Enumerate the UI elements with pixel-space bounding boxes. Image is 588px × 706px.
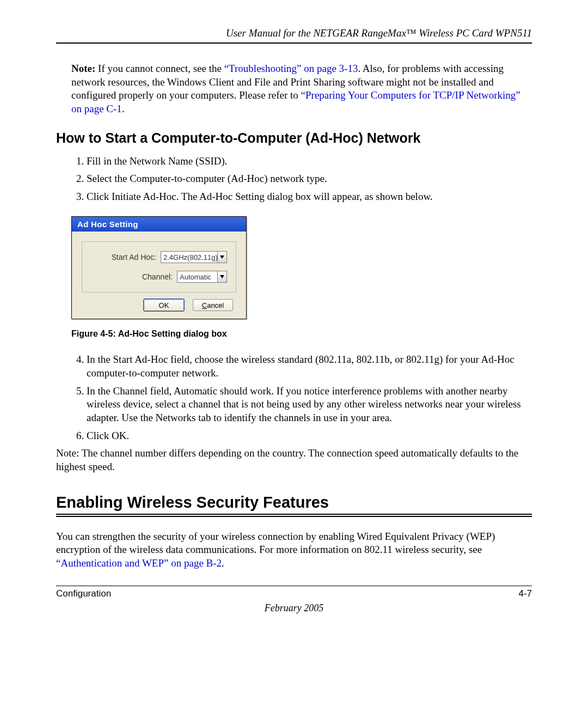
steps-list-a: Fill in the Network Name (SSID). Select …	[71, 154, 532, 205]
chevron-down-icon[interactable]	[217, 252, 226, 263]
combo-start-adhoc-value: 2.4GHz(802.11g)	[161, 253, 217, 261]
dialog-inner-panel: Start Ad Hoc: 2.4GHz(802.11g) Channel: A…	[82, 241, 236, 293]
list-item: Fill in the Network Name (SSID).	[87, 154, 532, 169]
combo-start-adhoc[interactable]: 2.4GHz(802.11g)	[161, 251, 227, 263]
cancel-rest: ancel	[207, 301, 224, 309]
dialog-body: Start Ad Hoc: 2.4GHz(802.11g) Channel: A…	[72, 232, 246, 319]
link-troubleshooting[interactable]: “Troubleshooting” on page 3-13	[224, 63, 358, 74]
dialog-button-row: OK Cancel	[82, 293, 236, 311]
page-header: User Manual for the NETGEAR RangeMax™ Wi…	[56, 27, 532, 44]
field-row-start-adhoc: Start Ad Hoc: 2.4GHz(802.11g)	[82, 249, 230, 265]
list-item: In the Start Ad-Hoc field, choose the wi…	[87, 353, 532, 380]
ok-button[interactable]: OK	[144, 299, 184, 311]
dialog-titlebar: Ad Hoc Setting	[72, 217, 246, 232]
note-paragraph-2: Note: The channel number differs dependi…	[56, 447, 532, 473]
list-item: Select the Computer-to-computer (Ad-Hoc)…	[87, 171, 532, 187]
security-paragraph: You can strengthen the security of your …	[56, 530, 532, 570]
heading-adhoc: How to Start a Computer-to-Computer (Ad-…	[56, 130, 532, 146]
note1-pre: If you cannot connect, see the	[95, 63, 224, 74]
heading-security: Enabling Wireless Security Features	[56, 494, 532, 512]
section-rule	[56, 514, 532, 517]
note2-text: The channel number differs depending on …	[56, 447, 518, 472]
security-pre: You can strengthen the security of your …	[56, 531, 495, 556]
note-paragraph-1: Note: If you cannot connect, see the “Tr…	[71, 62, 532, 116]
combo-channel[interactable]: Automatic	[177, 271, 227, 283]
figure-caption: Figure 4-5: Ad-Hoc Setting dialog box	[71, 329, 532, 339]
combo-channel-value: Automatic	[177, 273, 217, 281]
steps-list-b: In the Start Ad-Hoc field, choose the wi…	[71, 353, 532, 442]
footer-date: February 2005	[56, 602, 532, 614]
cancel-mnemonic: C	[202, 301, 207, 309]
security-post: .	[222, 557, 224, 569]
footer-row: Configuration 4-7	[56, 586, 532, 599]
cancel-button[interactable]: Cancel	[193, 299, 233, 311]
adhoc-dialog: Ad Hoc Setting Start Ad Hoc: 2.4GHz(802.…	[71, 216, 247, 319]
note-label: Note:	[56, 447, 79, 459]
note-label: Note:	[71, 63, 95, 74]
svg-marker-1	[220, 275, 224, 278]
list-item: Click OK.	[87, 429, 532, 443]
chevron-down-icon[interactable]	[217, 271, 226, 282]
list-item: Click Initiate Ad-Hoc. The Ad-Hoc Settin…	[87, 189, 532, 205]
svg-marker-0	[220, 255, 224, 259]
list-item: In the Channel field, Automatic should w…	[87, 385, 532, 425]
note1-post: .	[122, 103, 125, 114]
label-channel: Channel:	[142, 272, 173, 281]
link-auth-wep[interactable]: “Authentication and WEP” on page B-2	[56, 557, 222, 569]
label-start-adhoc: Start Ad Hoc:	[112, 253, 156, 261]
footer-page-number: 4-7	[518, 588, 532, 599]
field-row-channel: Channel: Automatic	[82, 269, 230, 284]
footer-left: Configuration	[56, 588, 111, 599]
